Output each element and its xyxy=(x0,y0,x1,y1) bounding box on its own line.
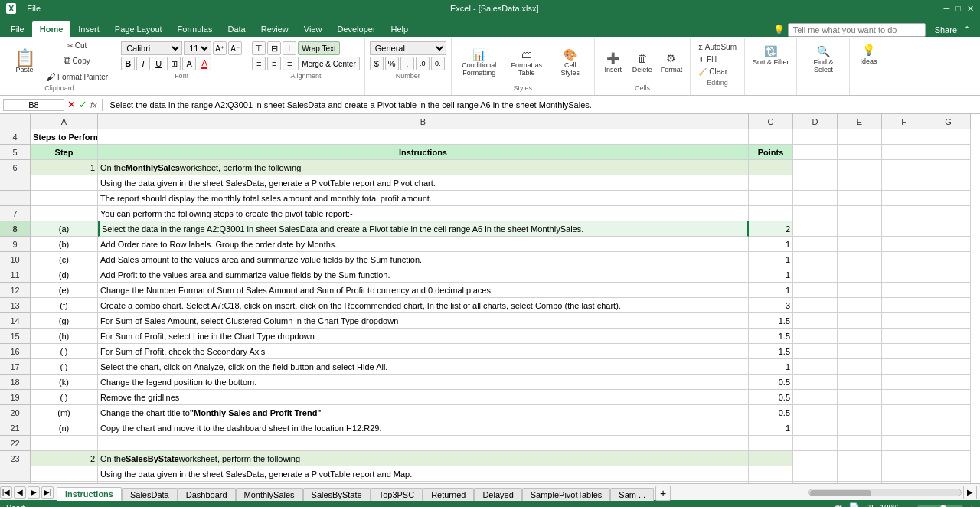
cell-a8[interactable]: (a) xyxy=(31,221,98,237)
col-header-a[interactable]: A xyxy=(31,114,98,129)
cell-g20[interactable] xyxy=(926,405,971,420)
cell-d19[interactable] xyxy=(793,390,838,405)
cell-c17[interactable]: 1 xyxy=(749,359,793,375)
font-size-select[interactable]: 11 xyxy=(184,41,211,55)
cell-f8[interactable] xyxy=(882,221,926,237)
cell-e13[interactable] xyxy=(838,298,882,313)
page-layout-btn[interactable]: 📄 xyxy=(848,502,860,507)
cell-e14[interactable] xyxy=(838,313,882,329)
cell-e19[interactable] xyxy=(838,390,882,405)
cell-d23b[interactable] xyxy=(793,466,838,482)
cell-d11[interactable] xyxy=(793,267,838,283)
cell-c20[interactable]: 0.5 xyxy=(749,405,793,420)
cell-d16[interactable] xyxy=(793,344,838,359)
cell-c6[interactable] xyxy=(749,160,793,175)
sheet-tab-sam[interactable]: Sam ... xyxy=(610,488,654,501)
enter-icon[interactable]: ✓ xyxy=(79,99,87,110)
merge-center-btn[interactable]: Merge & Center xyxy=(298,57,360,70)
cell-a23b[interactable] xyxy=(31,466,98,482)
cell-d9[interactable] xyxy=(793,237,838,252)
cell-c6c[interactable] xyxy=(749,191,793,206)
cell-e15[interactable] xyxy=(838,329,882,344)
currency-btn[interactable]: $ xyxy=(370,57,384,70)
cell-f6b[interactable] xyxy=(882,175,926,191)
wrap-text-btn[interactable]: Wrap Text xyxy=(298,41,340,55)
col-header-e[interactable]: E xyxy=(838,114,882,129)
tab-data[interactable]: Data xyxy=(220,21,253,37)
cell-f15[interactable] xyxy=(882,329,926,344)
cell-c10[interactable]: 1 xyxy=(749,252,793,267)
row-header-19[interactable]: 19 xyxy=(0,390,31,405)
format-btn[interactable]: ⚙ Format xyxy=(658,48,686,76)
cell-f4[interactable] xyxy=(882,129,926,145)
cell-e21[interactable] xyxy=(838,420,882,436)
increase-font-btn[interactable]: A⁺ xyxy=(213,41,227,55)
cell-b16[interactable]: For Sum of Profit, check the Secondary A… xyxy=(98,344,749,359)
add-sheet-button[interactable]: + xyxy=(655,486,671,501)
cell-c13[interactable]: 3 xyxy=(749,298,793,313)
cell-g17[interactable] xyxy=(926,359,971,375)
cell-g4[interactable] xyxy=(926,129,971,145)
cell-g7[interactable] xyxy=(926,206,971,221)
cell-a15[interactable]: (h) xyxy=(31,329,98,344)
cell-f20[interactable] xyxy=(882,405,926,420)
cell-c9[interactable]: 1 xyxy=(749,237,793,252)
cell-g14[interactable] xyxy=(926,313,971,329)
format-table-btn[interactable]: 🗃 Format as Table xyxy=(504,44,550,80)
col-header-f[interactable]: F xyxy=(882,114,926,129)
row-header-11[interactable]: 11 xyxy=(0,267,31,283)
row-header-20[interactable]: 20 xyxy=(0,405,31,420)
underline-btn[interactable]: U xyxy=(152,57,165,70)
cell-a18[interactable]: (k) xyxy=(31,375,98,390)
cell-e6c[interactable] xyxy=(838,191,882,206)
cell-g23c[interactable] xyxy=(926,482,971,483)
cell-a10[interactable]: (c) xyxy=(31,252,98,267)
align-right-btn[interactable]: ≡ xyxy=(283,57,296,70)
col-header-g[interactable]: G xyxy=(926,114,971,129)
cell-e4[interactable] xyxy=(838,129,882,145)
sheet-tab-samplepivottables[interactable]: SamplePivotTables xyxy=(522,488,611,501)
cell-a12[interactable]: (e) xyxy=(31,283,98,298)
increase-decimal-btn[interactable]: .0 xyxy=(416,57,430,70)
cell-b23[interactable]: On the SalesByState worksheet, perform t… xyxy=(98,451,749,466)
cell-d20[interactable] xyxy=(793,405,838,420)
tab-view[interactable]: View xyxy=(296,21,330,37)
cell-b19[interactable]: Remove the gridlines xyxy=(98,390,749,405)
decrease-decimal-btn[interactable]: 0. xyxy=(431,57,445,70)
copy-button[interactable]: ⧉ Copy xyxy=(43,53,111,68)
cell-g23b[interactable] xyxy=(926,466,971,482)
cell-d6c[interactable] xyxy=(793,191,838,206)
cell-c11[interactable]: 1 xyxy=(749,267,793,283)
cell-f16[interactable] xyxy=(882,344,926,359)
cell-g10[interactable] xyxy=(926,252,971,267)
horizontal-scrollbar[interactable] xyxy=(808,489,962,496)
cancel-icon[interactable]: ✕ xyxy=(67,99,76,110)
row-header-13[interactable]: 13 xyxy=(0,298,31,313)
cell-e16[interactable] xyxy=(838,344,882,359)
tab-file[interactable]: File xyxy=(3,21,32,37)
cell-f21[interactable] xyxy=(882,420,926,436)
page-break-preview-btn[interactable]: ⊞ xyxy=(866,502,874,507)
cell-f11[interactable] xyxy=(882,267,926,283)
row-header-23b[interactable] xyxy=(0,466,31,482)
row-header-21[interactable]: 21 xyxy=(0,420,31,436)
minimize-btn[interactable]: ─ xyxy=(944,4,950,14)
cut-button[interactable]: ✂ Cut xyxy=(43,40,111,51)
cell-g21[interactable] xyxy=(926,420,971,436)
cell-a6[interactable]: 1 xyxy=(31,160,98,175)
cell-e7[interactable] xyxy=(838,206,882,221)
cell-f10[interactable] xyxy=(882,252,926,267)
cell-b8[interactable]: Select the data in the range A2:Q3001 in… xyxy=(98,221,749,237)
window-controls[interactable]: ─ □ ✕ xyxy=(944,4,974,14)
font-name-select[interactable]: Calibri xyxy=(121,41,182,55)
cell-g18[interactable] xyxy=(926,375,971,390)
align-left-btn[interactable]: ≡ xyxy=(252,57,266,70)
cell-d4[interactable] xyxy=(793,129,838,145)
ideas-btn[interactable]: 💡 Ideas xyxy=(854,40,882,67)
tab-formulas[interactable]: Formulas xyxy=(170,21,220,37)
cell-b6c[interactable]: The report should display the monthly to… xyxy=(98,191,749,206)
cell-e11[interactable] xyxy=(838,267,882,283)
border-btn[interactable]: ⊞ xyxy=(167,57,181,70)
cell-styles-btn[interactable]: 🎨 Cell Styles xyxy=(551,44,590,80)
scroll-right-btn[interactable]: ▶ xyxy=(963,486,977,499)
